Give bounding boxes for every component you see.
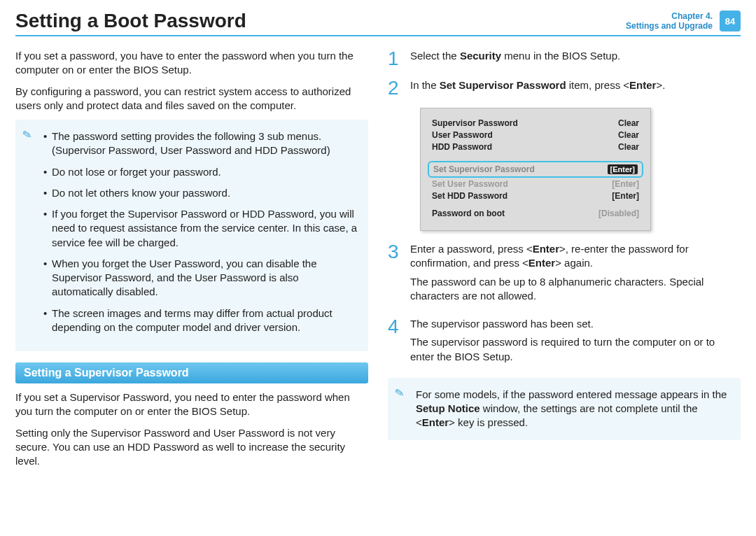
bios-row-password-on-boot: Password on boot[Disabled] — [432, 209, 639, 218]
bios-row-set-user: Set User Password[Enter] — [432, 179, 639, 189]
note-item: Do not lose or forget your password. — [43, 165, 358, 179]
bios-highlight-row: Set Supervisor Password[Enter] — [428, 161, 643, 178]
right-column: 1 Select the Security menu in the BIOS S… — [388, 49, 741, 475]
step-1: 1 Select the Security menu in the BIOS S… — [388, 49, 741, 69]
bottom-note-box: ✎ For some models, if the password enter… — [388, 378, 741, 440]
chapter-line2: Settings and Upgrade — [626, 21, 713, 31]
step-number: 1 — [388, 49, 403, 69]
note-item: The password setting provides the follow… — [43, 129, 358, 158]
bottom-note-text: For some models, if the password entered… — [416, 388, 731, 430]
chapter-line1: Chapter 4. — [626, 11, 713, 21]
bios-row-set-supervisor: Set Supervisor Password[Enter] — [433, 164, 638, 174]
step-body: The supervisor password has been set. Th… — [410, 317, 741, 368]
note-item: Do not let others know your password. — [43, 186, 358, 200]
bios-row-set-hdd: Set HDD Password[Enter] — [432, 191, 639, 201]
step-number: 3 — [388, 242, 403, 307]
note-item: The screen images and terms may differ f… — [43, 306, 358, 335]
page-root: Setting a Boot Password Chapter 4. Setti… — [0, 0, 756, 491]
step-4-text-a: The supervisor password has been set. — [410, 317, 741, 331]
note-item: If you forget the Supervisor Password or… — [43, 207, 358, 250]
step-4: 4 The supervisor password has been set. … — [388, 317, 741, 368]
intro-para-2: By configuring a password, you can restr… — [15, 85, 368, 113]
step-number: 4 — [388, 317, 403, 368]
left-column: If you set a password, you have to enter… — [15, 49, 368, 475]
step-2-text: In the Set Supervisor Password item, pre… — [410, 78, 741, 92]
bios-row-user: User PasswordClear — [432, 130, 639, 140]
page-number-badge: 84 — [720, 10, 741, 31]
note-icon: ✎ — [21, 127, 32, 142]
step-1-text: Select the Security menu in the BIOS Set… — [410, 49, 741, 63]
step-body: Enter a password, press <Enter>, re-ente… — [410, 242, 741, 307]
step-number: 2 — [388, 78, 403, 98]
chapter-label: Chapter 4. Settings and Upgrade — [626, 11, 713, 31]
supervisor-para-1: If you set a Supervisor Password, you ne… — [15, 390, 368, 419]
step-body: Select the Security menu in the BIOS Set… — [410, 49, 741, 69]
step-2: 2 In the Set Supervisor Password item, p… — [388, 78, 741, 98]
intro-para-1: If you set a password, you have to enter… — [15, 49, 368, 78]
page-title: Setting a Boot Password — [15, 10, 246, 32]
notes-box: ✎ The password setting provides the foll… — [15, 120, 368, 351]
step-body: In the Set Supervisor Password item, pre… — [410, 78, 741, 98]
supervisor-para-2: Setting only the Supervisor Password and… — [15, 426, 368, 469]
chapter-wrap: Chapter 4. Settings and Upgrade 84 — [626, 10, 741, 31]
page-header: Setting a Boot Password Chapter 4. Setti… — [15, 10, 741, 36]
content-columns: If you set a password, you have to enter… — [15, 49, 741, 475]
section-heading-supervisor: Setting a Supervisor Password — [15, 362, 368, 383]
step-3-text-a: Enter a password, press <Enter>, re-ente… — [410, 242, 741, 271]
bios-row-hdd: HDD PasswordClear — [432, 142, 639, 152]
note-icon: ✎ — [393, 386, 405, 400]
step-3: 3 Enter a password, press <Enter>, re-en… — [388, 242, 741, 307]
step-3-text-b: The password can be up to 8 alphanumeric… — [410, 275, 741, 304]
notes-list: The password setting provides the follow… — [43, 129, 358, 334]
bios-screenshot: Supervisor PasswordClear User PasswordCl… — [420, 108, 651, 231]
step-4-text-b: The supervisor password is required to t… — [410, 335, 741, 364]
bios-row-supervisor: Supervisor PasswordClear — [432, 118, 639, 128]
note-item: When you forget the User Password, you c… — [43, 257, 358, 299]
